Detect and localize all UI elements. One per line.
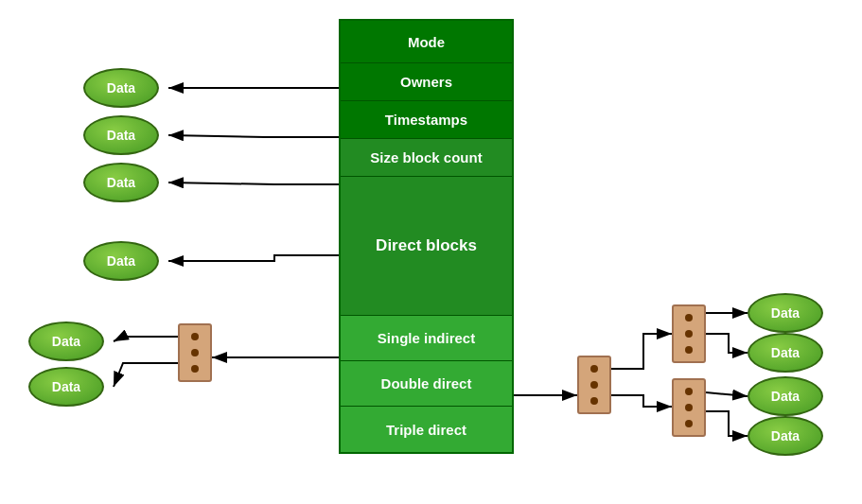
- arrow-ptr-to-oval5: [114, 337, 178, 341]
- arrow-lower-ptr-to-r4: [706, 411, 748, 436]
- ptr-block-double-right-upper: [672, 304, 706, 363]
- ptr-dot: [685, 388, 693, 395]
- inode-row-direct: Direct blocks: [341, 177, 512, 316]
- inode-row-double: Double direct: [341, 361, 512, 407]
- arrow-mid-to-lower-ptr: [611, 395, 672, 407]
- arrow-upper-ptr-to-r2: [706, 334, 748, 353]
- arrow-ptr-to-oval6: [114, 363, 178, 387]
- inode-row-mode: Mode: [341, 21, 512, 63]
- arrow-lower-ptr-to-r3: [706, 392, 748, 396]
- ptr-dot: [685, 420, 693, 427]
- diagram: Mode Owners Timestamps Size block count …: [0, 0, 862, 504]
- data-oval-3: Data: [83, 163, 159, 202]
- ptr-dot: [685, 314, 693, 322]
- ptr-dot: [590, 365, 598, 373]
- data-oval-r3: Data: [748, 376, 823, 416]
- inode-row-timestamps: Timestamps: [341, 101, 512, 139]
- arrow-direct-3: [168, 182, 339, 184]
- ptr-dot: [191, 365, 199, 373]
- inode-row-triple: Triple direct: [341, 407, 512, 452]
- ptr-dot: [590, 397, 598, 405]
- inode-row-size: Size block count: [341, 139, 512, 177]
- arrow-direct-2: [168, 135, 339, 137]
- ptr-block-double-right-lower: [672, 378, 706, 437]
- ptr-dot: [590, 381, 598, 389]
- data-oval-r4: Data: [748, 416, 823, 456]
- ptr-dot: [191, 333, 199, 340]
- ptr-block-single: [178, 323, 212, 382]
- ptr-dot: [685, 346, 693, 354]
- data-oval-r1: Data: [748, 293, 823, 333]
- ptr-dot: [685, 330, 693, 338]
- data-oval-4: Data: [83, 241, 159, 281]
- ptr-dot: [191, 349, 199, 356]
- arrow-mid-to-upper-ptr: [611, 334, 672, 369]
- data-oval-1: Data: [83, 68, 159, 108]
- inode-block: Mode Owners Timestamps Size block count …: [339, 19, 514, 454]
- data-oval-6: Data: [28, 367, 104, 407]
- arrow-direct-4: [168, 255, 339, 261]
- data-oval-5: Data: [28, 322, 104, 361]
- inode-row-single: Single indirect: [341, 316, 512, 361]
- ptr-block-double-mid: [577, 356, 611, 414]
- ptr-dot: [685, 404, 693, 411]
- data-oval-2: Data: [83, 115, 159, 155]
- data-oval-r2: Data: [748, 333, 823, 373]
- inode-row-owners: Owners: [341, 63, 512, 101]
